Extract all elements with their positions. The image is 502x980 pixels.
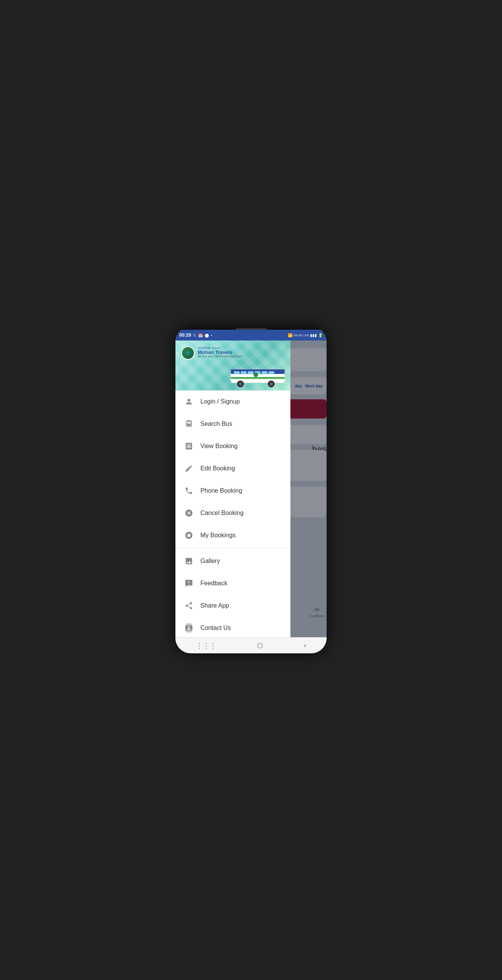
menu-view-booking-label: View Booking xyxy=(200,443,238,450)
menu-item-login[interactable]: Login / Signup xyxy=(175,390,290,413)
menu-item-feedback[interactable]: Feedback xyxy=(175,572,290,595)
bus-illustration xyxy=(195,360,289,389)
menu-divider xyxy=(175,548,290,548)
menu-item-edit-booking[interactable]: Edit Booking xyxy=(175,457,290,480)
logo-circle: 🌐 xyxy=(181,346,195,360)
feedback-icon xyxy=(183,578,195,589)
phone-frame: 00:29 𝕏 📅 ⬤ ● 📶 VoLTE LTE ▮▮▮ 🔋 ⇅ xyxy=(175,327,327,653)
image-icon xyxy=(183,555,195,567)
star-badge-icon xyxy=(183,530,195,541)
menu-gallery-label: Gallery xyxy=(200,558,220,565)
nav-home-button[interactable]: ⬡ xyxy=(249,638,271,653)
screen: 00:29 𝕏 📅 ⬤ ● 📶 VoLTE LTE ▮▮▮ 🔋 ⇅ xyxy=(175,330,327,653)
menu-item-my-bookings[interactable]: My Bookings xyxy=(175,524,290,546)
bus-svg xyxy=(227,365,289,389)
svg-rect-3 xyxy=(241,371,247,374)
drawer-header: 🌐 GHATGE GROUP Mohan Travels AN ISO 9001… xyxy=(175,341,290,390)
menu-item-cancel-booking[interactable]: Cancel Booking xyxy=(175,502,290,524)
menu-my-bookings-label: My Bookings xyxy=(200,532,236,539)
receipt-icon xyxy=(183,440,195,452)
menu-item-view-booking[interactable]: View Booking xyxy=(175,435,290,457)
menu-feedback-label: Feedback xyxy=(200,580,227,587)
side-drawer: 🌐 GHATGE GROUP Mohan Travels AN ISO 9001… xyxy=(175,341,290,637)
signal-icon: ▮▮▮ xyxy=(310,333,317,337)
volte-label: VoLTE xyxy=(294,334,302,337)
svg-point-13 xyxy=(254,372,258,377)
svg-point-10 xyxy=(239,382,242,385)
calendar-icon: 📅 xyxy=(198,333,203,337)
menu-item-share-app[interactable]: Share App xyxy=(175,595,290,617)
menu-edit-booking-label: Edit Booking xyxy=(200,465,235,472)
battery-icon: 🔋 xyxy=(318,333,323,337)
drawer-menu: Login / Signup Search Bus View Booking xyxy=(175,390,290,637)
svg-rect-7 xyxy=(269,371,274,374)
person-icon xyxy=(183,396,195,407)
bluetooth-icon: ⬤ xyxy=(205,333,209,337)
menu-item-search-bus[interactable]: Search Bus xyxy=(175,413,290,435)
menu-item-phone-booking[interactable]: Phone Booking xyxy=(175,480,290,502)
nav-back-button[interactable]: ‹ xyxy=(296,638,314,653)
phone-icon xyxy=(183,485,195,497)
phone-top-bar xyxy=(175,327,327,330)
twitter-icon: 𝕏 xyxy=(193,333,196,337)
dot-icon: ● xyxy=(211,334,212,336)
status-left: 00:29 𝕏 📅 ⬤ ● xyxy=(179,332,212,338)
status-right: 📶 VoLTE LTE ▮▮▮ 🔋 xyxy=(288,333,323,337)
wifi-icon: 📶 xyxy=(288,333,292,337)
content-area: ⇅ day Next day ELINES hes Ahmednagar 202… xyxy=(175,341,327,637)
cancel-icon xyxy=(183,507,195,519)
menu-item-gallery[interactable]: Gallery xyxy=(175,550,290,572)
status-time: 00:29 xyxy=(179,332,191,338)
menu-phone-booking-label: Phone Booking xyxy=(200,487,242,494)
menu-contact-us-label: Contact Us xyxy=(200,625,231,631)
logo-brand-name: Mohan Travels xyxy=(198,350,243,355)
menu-item-contact-us[interactable]: Contact Us xyxy=(175,617,290,637)
nav-menu-button[interactable]: ⋮⋮⋮ xyxy=(188,638,224,653)
svg-rect-2 xyxy=(234,371,240,374)
status-bar: 00:29 𝕏 📅 ⬤ ● 📶 VoLTE LTE ▮▮▮ 🔋 xyxy=(175,330,327,341)
menu-cancel-booking-label: Cancel Booking xyxy=(200,510,243,517)
menu-login-label: Login / Signup xyxy=(200,398,240,405)
logo-sub: AN ISO 9001 CERTIFIED COMPANY xyxy=(198,355,243,358)
svg-rect-4 xyxy=(248,371,254,374)
bottom-nav: ⋮⋮⋮ ⬡ ‹ xyxy=(175,637,327,653)
share-icon xyxy=(183,600,195,611)
svg-point-12 xyxy=(270,382,273,385)
bus-icon xyxy=(183,418,195,430)
contact-icon xyxy=(183,622,195,634)
lte-label: LTE xyxy=(304,334,309,337)
edit-icon xyxy=(183,463,195,474)
svg-rect-6 xyxy=(262,371,267,374)
logo-text-area: GHATGE GROUP Mohan Travels AN ISO 9001 C… xyxy=(198,346,243,358)
menu-search-bus-label: Search Bus xyxy=(200,420,232,427)
svg-rect-8 xyxy=(231,377,285,379)
menu-share-app-label: Share App xyxy=(200,602,229,609)
